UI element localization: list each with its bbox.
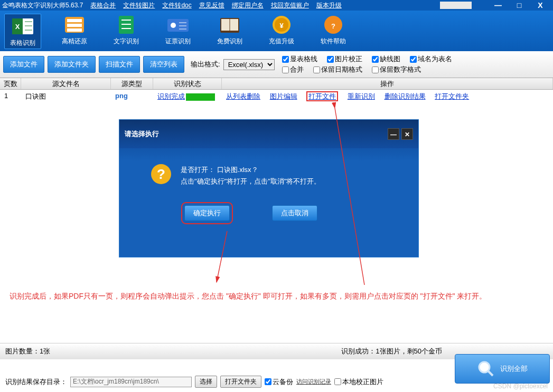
output-format-select[interactable]: Excel(.xlsx): [223, 59, 275, 70]
svg-rect-8: [67, 24, 82, 27]
output-label: 输出格式:: [191, 60, 220, 69]
ribbon-label: 软件帮助: [321, 37, 346, 46]
dialog-close-button[interactable]: ✕: [401, 128, 413, 140]
op-re-recog[interactable]: 重新识别: [348, 92, 375, 100]
book-icon: [217, 14, 242, 36]
ribbon-free-recog[interactable]: 免费识别: [211, 14, 248, 49]
ribbon: X 表格识别 高精还原 文字识别 证票识别 免费识别 ¥ 充值升级 ? 软件帮助: [0, 11, 553, 51]
maximize-button[interactable]: □: [509, 0, 530, 11]
action-bar: 添加文件 添加文件夹 扫描文件 清空列表 输出格式: Excel(.xlsx) …: [0, 51, 553, 78]
question-icon: ?: [151, 164, 171, 184]
ribbon-id-recog[interactable]: 证票识别: [160, 14, 196, 49]
help-icon: ?: [321, 14, 346, 36]
scan-button[interactable]: 扫描文件: [99, 56, 140, 73]
cb-keepnum[interactable]: 保留数字格式: [372, 65, 421, 74]
titlebar: 金鸣表格文字识别大师5.63.7 表格合并 文件转图片 文件转doc 意见反馈 …: [0, 0, 553, 11]
ribbon-hi-restore[interactable]: 高精还原: [56, 14, 93, 49]
menu-merge[interactable]: 表格合并: [90, 1, 116, 10]
dialog-title: 请选择执行: [125, 129, 159, 139]
menu-bind-user[interactable]: 绑定用户名: [232, 1, 264, 10]
ribbon-help[interactable]: ? 软件帮助: [315, 14, 352, 49]
menu-to-image[interactable]: 文件转图片: [123, 1, 155, 10]
minimize-button[interactable]: —: [488, 0, 509, 11]
magnifier-icon: [477, 360, 495, 378]
col-ops: 操作: [222, 78, 553, 89]
cell-type: png: [113, 91, 155, 102]
menu-feedback[interactable]: 意见反馈: [199, 1, 224, 10]
op-del-result[interactable]: 删除识别结果: [385, 92, 426, 100]
save-label: 识别结果保存目录：: [5, 377, 67, 387]
table-header: 页数 源文件名 源类型 识别状态 操作: [0, 78, 553, 90]
ribbon-label: 表格识别: [10, 39, 35, 47]
svg-text:¥: ¥: [279, 22, 284, 30]
ribbon-label: 高精还原: [62, 37, 87, 46]
col-type: 源类型: [111, 78, 153, 89]
table-row: 1 口诀图 png 识别完成 从列表删除 图片编辑 打开文件 重新识别 删除识别…: [0, 90, 553, 103]
id-card-icon: [165, 14, 191, 36]
ribbon-label: 证票识别: [165, 37, 191, 46]
svg-point-15: [171, 23, 176, 28]
ribbon-label: 文字识别: [114, 37, 139, 46]
progress-bar: [186, 93, 215, 101]
cell-ops: 从列表删除 图片编辑 打开文件 重新识别 删除识别结果 打开文件夹: [224, 91, 551, 102]
cb-grid[interactable]: 显表格线: [282, 54, 317, 64]
ribbon-label: 免费识别: [217, 37, 242, 46]
save-bar: 识别结果保存目录： 选择 打开文件夹 云备份 访问识别记录 本地校正图片: [0, 372, 453, 391]
ribbon-topup[interactable]: ¥ 充值升级: [263, 14, 300, 49]
cell-page: 1: [2, 91, 23, 102]
svg-rect-7: [67, 19, 82, 22]
choose-button[interactable]: 选择: [195, 376, 217, 388]
menu-upgrade[interactable]: 版本升级: [316, 1, 342, 10]
dialog-minimize-button[interactable]: —: [388, 128, 399, 140]
cb-keepdate[interactable]: 保留日期格式: [313, 65, 362, 74]
col-page: 页数: [0, 78, 21, 89]
svg-text:?: ?: [331, 22, 335, 30]
cancel-button[interactable]: 点击取消: [272, 205, 317, 221]
ribbon-label: 充值升级: [269, 37, 294, 46]
ribbon-table-recog[interactable]: X 表格识别: [4, 14, 41, 49]
ribbon-text-recog[interactable]: 文字识别: [108, 14, 145, 49]
image-count: 图片数量：1张: [5, 347, 50, 356]
op-remove[interactable]: 从列表删除: [226, 92, 260, 100]
menu-recover[interactable]: 找回充值账户: [271, 1, 309, 10]
svg-text:X: X: [15, 23, 20, 31]
close-button[interactable]: X: [530, 0, 551, 11]
app-title: 金鸣表格文字识别大师5.63.7: [2, 1, 83, 10]
svg-line-30: [488, 371, 493, 376]
success-status: 识别成功：1张图片，剩50个金币: [341, 347, 442, 356]
dialog-titlebar: 请选择执行 — ✕: [119, 120, 418, 148]
cell-stat: 识别完成: [155, 91, 224, 102]
cb-cloud[interactable]: 云备份: [265, 377, 293, 387]
cb-merge[interactable]: 合并: [282, 65, 304, 74]
menu-to-doc[interactable]: 文件转doc: [162, 1, 191, 10]
op-edit-image[interactable]: 图片编辑: [270, 92, 297, 100]
coin-icon: ¥: [269, 14, 294, 36]
user-badge: [440, 2, 472, 9]
add-file-button[interactable]: 添加文件: [3, 56, 44, 73]
visit-link[interactable]: 访问识别记录: [296, 378, 331, 386]
doc-icon: [114, 14, 139, 36]
grid-icon: [62, 14, 87, 36]
save-path-input[interactable]: [70, 377, 192, 387]
op-open-file[interactable]: 打开文件: [306, 91, 338, 101]
excel-icon: X: [10, 15, 35, 37]
dialog-text: 是否打开： 口诀图.xlsx？ 点击"确定执行"将打开，点击"取消"将不打开。 …: [181, 164, 321, 221]
svg-rect-9: [67, 28, 82, 32]
cb-missline[interactable]: 缺线图: [372, 54, 400, 64]
confirm-button[interactable]: 确定执行: [184, 205, 230, 221]
cb-domain[interactable]: 域名为表名: [410, 54, 452, 64]
col-stat: 识别状态: [153, 78, 222, 89]
open-folder-button[interactable]: 打开文件夹: [220, 376, 261, 388]
op-open-folder[interactable]: 打开文件夹: [435, 92, 469, 100]
recognize-all-button[interactable]: 识别全部: [455, 354, 550, 384]
cb-imgfix[interactable]: 图片校正: [327, 54, 362, 64]
annotation-text: 识别完成后，如果PDF只有一页，则程序会自动弹出提示，您点击 "确定执行" 即可…: [10, 289, 543, 303]
cell-file: 口诀图: [23, 91, 113, 102]
col-file: 源文件名: [21, 78, 111, 89]
status-link[interactable]: 识别完成: [157, 92, 185, 100]
add-folder-button[interactable]: 添加文件夹: [48, 56, 96, 73]
clear-button[interactable]: 清空列表: [143, 56, 184, 73]
confirm-dialog: 请选择执行 — ✕ ? 是否打开： 口诀图.xlsx？ 点击"确定执行"将打开，…: [119, 119, 419, 257]
watermark: CSDN @pictoexcel: [493, 383, 548, 390]
cb-local-fix[interactable]: 本地校正图片: [334, 377, 383, 387]
